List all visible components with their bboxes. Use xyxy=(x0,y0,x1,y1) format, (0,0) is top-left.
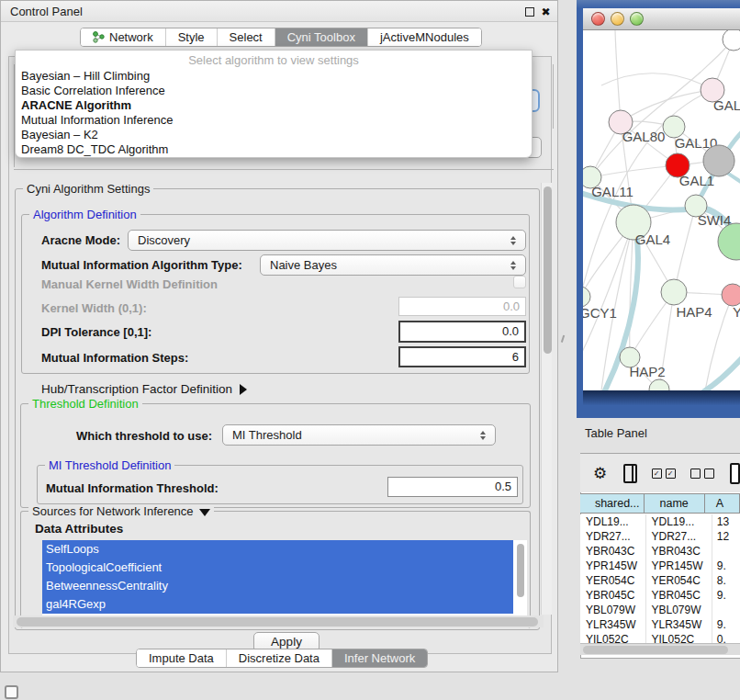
control-panel-titlebar[interactable]: Control Panel ✖ xyxy=(1,1,557,22)
network-view-window[interactable]: GALGAL80GAL10GAL1GAL11GAL4SWI4GCY1HAP4YH… xyxy=(577,0,740,418)
select-all-icon[interactable]: ✓✓ xyxy=(652,469,676,479)
tab-label: Select xyxy=(230,30,263,44)
network-edge-highlighted xyxy=(704,359,740,390)
hub-factor-expander[interactable]: Hub/Transcription Factor Definition xyxy=(41,380,247,397)
table-row[interactable]: YIL052CYIL052C0. xyxy=(580,632,740,643)
table-panel-title: Table Panel xyxy=(585,426,647,440)
dropdown-item[interactable]: Bayesian – Hill Climbing xyxy=(16,69,532,84)
tab-cyni-toolbox[interactable]: Cyni Toolbox xyxy=(275,28,368,46)
table-hscrollbar-thumb[interactable] xyxy=(583,646,728,654)
tab-select[interactable]: Select xyxy=(218,28,275,46)
minimize-traffic-light[interactable] xyxy=(611,12,624,26)
dropdown-item[interactable]: Bayesian – K2 xyxy=(16,128,532,142)
network-window-titlebar[interactable] xyxy=(583,8,740,30)
dropdown-item[interactable]: Basic Correlation Inference xyxy=(16,84,532,98)
table-row[interactable]: YLR345WYLR345W9. xyxy=(580,617,740,632)
tab-discretize-data[interactable]: Discretize Data xyxy=(227,649,332,667)
table-cell: YBR045C xyxy=(580,588,646,603)
columns-icon[interactable] xyxy=(623,464,636,483)
tab-style[interactable]: Style xyxy=(166,28,218,46)
table-row[interactable]: YDR27...YDR27...12 xyxy=(580,529,740,544)
aracne-mode-select[interactable]: Discovery xyxy=(128,230,526,251)
table-cell: YER054C xyxy=(646,573,712,588)
mi-steps-field[interactable]: 6 xyxy=(398,346,526,367)
manual-kernel-checkbox[interactable] xyxy=(513,276,526,288)
dropdown-item[interactable]: Dream8 DC_TDC Algorithm xyxy=(16,142,532,157)
table-row[interactable]: YBR045CYBR045C9. xyxy=(580,588,740,603)
network-node[interactable] xyxy=(661,279,687,305)
table-header-row: shared...nameA xyxy=(580,493,740,514)
mi-threshold-label: Mutual Information Threshold: xyxy=(46,481,219,495)
attribute-item[interactable]: BetweennessCentrality xyxy=(42,577,513,595)
network-edge xyxy=(615,30,621,122)
attribute-item[interactable]: gal4RGexp xyxy=(42,595,513,614)
tab-impute-data[interactable]: Impute Data xyxy=(137,649,227,667)
network-node[interactable] xyxy=(649,379,669,390)
network-edge xyxy=(621,90,712,122)
window-frame-bottom xyxy=(583,390,740,418)
dropdown-item[interactable]: Mutual Information Inference xyxy=(16,113,532,128)
import-table-icon[interactable] xyxy=(730,463,740,484)
table-hscrollbar[interactable] xyxy=(580,643,740,655)
network-node-label: GAL xyxy=(713,97,740,113)
sources-collapser[interactable]: Sources for Network Inference xyxy=(28,504,214,518)
table-cell xyxy=(712,544,740,559)
group-title: MI Threshold Definition xyxy=(45,458,174,472)
table-cell: YDR27... xyxy=(646,529,712,544)
table-row[interactable]: YBR043CYBR043C xyxy=(580,544,740,559)
network-node[interactable] xyxy=(723,30,740,51)
show-panel-button[interactable] xyxy=(5,685,18,699)
attribute-item[interactable]: TopologicalCoefficient xyxy=(42,559,513,577)
close-traffic-light[interactable] xyxy=(591,12,605,26)
table-cell: YDR27... xyxy=(580,529,646,544)
network-edge xyxy=(590,165,678,177)
mi-threshold-field[interactable]: 0.5 xyxy=(387,477,518,497)
tab-jactivemnodules[interactable]: jActiveMNodules xyxy=(368,28,481,46)
settings-hscrollbar[interactable] xyxy=(13,615,544,627)
tab-label: Cyni Toolbox xyxy=(287,30,355,44)
close-icon[interactable]: ✖ xyxy=(540,6,552,17)
attribute-item[interactable]: SelfLoops xyxy=(42,540,513,559)
kernel-width-field[interactable]: 0.0 xyxy=(398,297,526,316)
network-canvas[interactable]: GALGAL80GAL10GAL1GAL11GAL4SWI4GCY1HAP4YH… xyxy=(583,30,740,390)
table-row[interactable]: YPR145WYPR145W9. xyxy=(580,559,740,573)
zoom-traffic-light[interactable] xyxy=(630,12,644,26)
list-scrollbar-thumb[interactable] xyxy=(517,544,524,597)
screen: Control Panel ✖ NetworkStyleSelectCyni T… xyxy=(0,0,740,700)
which-threshold-select[interactable]: MI Threshold xyxy=(222,424,496,446)
table-row[interactable]: YBL079WYBL079W xyxy=(580,603,740,617)
network-node[interactable] xyxy=(703,145,734,176)
mi-type-select[interactable]: Naive Bayes xyxy=(260,254,526,276)
column-header-3[interactable]: A xyxy=(705,494,740,513)
column-header-2[interactable]: name xyxy=(645,494,705,513)
settings-vscrollbar-thumb[interactable] xyxy=(544,186,552,354)
network-node[interactable] xyxy=(583,287,590,307)
column-header-1[interactable]: shared... xyxy=(580,494,645,513)
table-cell: YBL079W xyxy=(580,603,646,617)
tab-network[interactable]: Network xyxy=(81,28,166,46)
table-cell: YIL052C xyxy=(580,632,646,643)
group-title: Cyni Algorithm Settings xyxy=(23,182,153,196)
tab-infer-network[interactable]: Infer Network xyxy=(332,649,427,667)
float-window-icon[interactable] xyxy=(523,6,535,17)
table-row[interactable]: YDL19...YDL19...13 xyxy=(580,514,740,529)
expander-arrow-icon xyxy=(240,384,247,395)
table-rows[interactable]: YDL19...YDL19...13YDR27...YDR27...12YBR0… xyxy=(580,514,740,643)
dpi-tolerance-field[interactable]: 0.0 xyxy=(398,321,526,343)
settings-hscrollbar-thumb[interactable] xyxy=(17,617,538,627)
table-row[interactable]: YER054CYER054C8. xyxy=(580,573,740,588)
data-attributes-list[interactable]: SelfLoopsTopologicalCoefficientBetweenne… xyxy=(42,540,527,617)
network-node[interactable] xyxy=(718,223,740,260)
gear-icon[interactable]: ⚙ xyxy=(593,464,607,483)
mi-steps-label: Mutual Information Steps: xyxy=(41,351,188,365)
network-node-label: Y xyxy=(733,304,740,320)
network-node-label: GAL1 xyxy=(679,173,714,188)
settings-vscrollbar[interactable] xyxy=(541,183,552,615)
manual-kernel-label: Manual Kernel Width Definition xyxy=(41,277,218,291)
table-cell: 13 xyxy=(712,514,740,529)
network-node[interactable] xyxy=(722,284,740,306)
network-edge xyxy=(674,206,696,292)
dropdown-item[interactable]: ARACNE Algorithm xyxy=(16,98,532,113)
algorithm-dropdown-popup: Select algorithm to view settings Bayesi… xyxy=(15,50,533,158)
deselect-all-icon[interactable] xyxy=(690,469,714,479)
